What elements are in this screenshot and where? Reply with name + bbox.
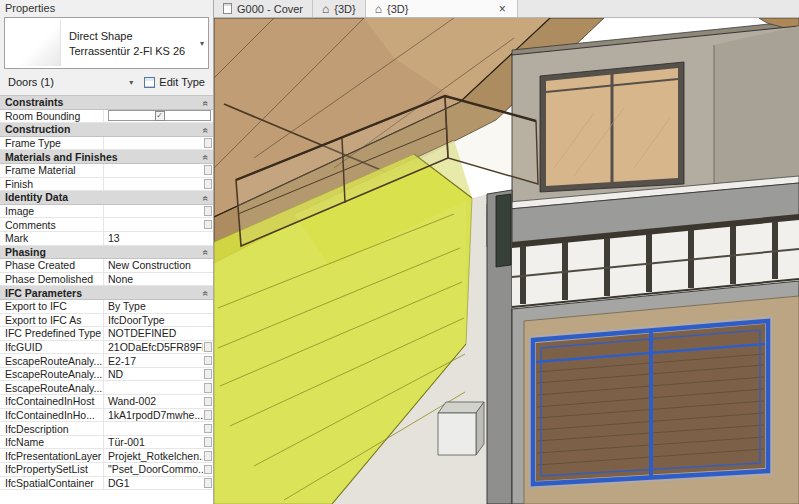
section-header-materials[interactable]: Materials and Finishes « <box>0 150 213 164</box>
property-side-button[interactable] <box>204 437 212 447</box>
type-selector-dropdown-icon[interactable]: ▾ <box>200 39 204 48</box>
property-value[interactable]: 1kA1rpodD7mwhe... <box>104 409 203 422</box>
property-side-button[interactable] <box>204 465 212 475</box>
property-value[interactable] <box>104 178 203 191</box>
property-value[interactable] <box>104 218 203 231</box>
property-value[interactable]: New Construction <box>104 259 213 272</box>
view-tab-3d[interactable]: ⌂ {3D} <box>313 0 366 17</box>
section-header-construction[interactable]: Construction « <box>0 123 213 137</box>
property-row-phase-created[interactable]: Phase Created New Construction <box>0 259 213 273</box>
type-selector[interactable]: Direct Shape Terrassentür 2-Fl KS 26 ▾ <box>4 17 209 69</box>
property-side-button[interactable] <box>204 206 212 216</box>
properties-panel: Properties Direct Shape Terrassentür 2-F… <box>0 0 214 504</box>
collapse-icon[interactable]: « <box>201 101 212 105</box>
element-filter-combo[interactable]: Doors (1) ▾ <box>5 73 136 92</box>
property-row-comments[interactable]: Comments <box>0 218 213 232</box>
section-header-identity-data[interactable]: Identity Data « <box>0 191 213 205</box>
property-row-ifcpresentationlayer[interactable]: IfcPresentationLayer Projekt_Rotkelchen.… <box>0 449 213 463</box>
view-tab-g000-cover[interactable]: G000 - Cover <box>214 0 313 17</box>
upper-window <box>540 62 684 192</box>
property-value[interactable]: 13 <box>104 232 213 245</box>
property-row-export-to-ifc[interactable]: Export to IFC By Type <box>0 300 213 314</box>
property-value[interactable] <box>104 137 203 150</box>
property-side-button[interactable] <box>204 356 212 366</box>
property-side-button[interactable] <box>204 369 212 379</box>
property-row-escaperoute-2[interactable]: EscapeRouteAnaly... ND <box>0 368 213 382</box>
property-row-escaperoute-3[interactable]: EscapeRouteAnaly... <box>0 381 213 395</box>
property-side-button[interactable] <box>204 220 212 230</box>
property-label: EscapeRouteAnaly... <box>0 368 104 381</box>
property-row-mark[interactable]: Mark 13 <box>0 232 213 246</box>
property-value[interactable] <box>104 164 203 177</box>
properties-panel-title: Properties <box>0 0 213 17</box>
home-icon: ⌂ <box>375 3 382 15</box>
filter-dropdown-icon: ▾ <box>129 78 133 87</box>
collapse-icon[interactable]: « <box>201 155 212 159</box>
type-family-name: Direct Shape <box>69 30 208 42</box>
property-value[interactable]: NOTDEFINED <box>104 327 213 340</box>
collapse-icon[interactable]: « <box>201 196 212 200</box>
view-tab-3d-active[interactable]: ⌂ {3D} × <box>366 0 518 17</box>
property-row-ifccontainedinhost-guid[interactable]: IfcContainedInHo... 1kA1rpodD7mwhe... <box>0 409 213 423</box>
property-side-button[interactable] <box>204 342 212 352</box>
property-value[interactable] <box>104 422 203 435</box>
property-value[interactable]: "Pset_DoorCommo... <box>104 463 203 476</box>
close-tab-icon[interactable]: × <box>497 2 508 16</box>
property-value[interactable]: ✓ <box>104 110 213 123</box>
property-label: Room Bounding <box>0 110 104 123</box>
property-side-button[interactable] <box>204 397 212 407</box>
property-row-ifcguid[interactable]: IfcGUID 21ODaEfcD5FR89FE... <box>0 341 213 355</box>
property-row-ifccontainedinhost[interactable]: IfcContainedInHost Wand-002 <box>0 395 213 409</box>
revit-window: Properties Direct Shape Terrassentür 2-F… <box>0 0 799 504</box>
property-row-escaperoute-1[interactable]: EscapeRouteAnaly... E2-17 <box>0 354 213 368</box>
view-tab-label: G000 - Cover <box>237 3 303 15</box>
property-side-button[interactable] <box>204 478 212 488</box>
3d-model-canvas[interactable] <box>214 18 799 504</box>
property-value[interactable]: IfcDoorType <box>104 314 213 327</box>
property-side-button[interactable] <box>204 383 212 393</box>
property-label: Frame Material <box>0 164 104 177</box>
view-area: G000 - Cover ⌂ {3D} ⌂ {3D} × <box>214 0 799 504</box>
selected-door-element[interactable] <box>533 321 768 484</box>
property-value[interactable]: Wand-002 <box>104 395 203 408</box>
property-row-phase-demolished[interactable]: Phase Demolished None <box>0 273 213 287</box>
section-header-constraints[interactable]: Constraints « <box>0 96 213 110</box>
collapse-icon[interactable]: « <box>201 250 212 254</box>
property-side-button[interactable] <box>204 424 212 434</box>
property-side-button[interactable] <box>204 165 212 175</box>
edit-type-button[interactable]: Edit Type <box>140 72 209 92</box>
property-value[interactable] <box>104 205 203 218</box>
property-side-button[interactable] <box>204 451 212 461</box>
property-row-frame-material[interactable]: Frame Material <box>0 164 213 178</box>
property-value[interactable]: None <box>104 273 213 286</box>
collapse-icon[interactable]: « <box>201 291 212 295</box>
property-value[interactable] <box>104 381 203 394</box>
section-header-phasing[interactable]: Phasing « <box>0 246 213 260</box>
property-value[interactable]: ND <box>104 368 203 381</box>
property-side-button[interactable] <box>204 410 212 420</box>
property-side-button[interactable] <box>204 138 212 148</box>
property-value[interactable]: Tür-001 <box>104 436 203 449</box>
property-row-frame-type[interactable]: Frame Type <box>0 137 213 151</box>
3d-viewport[interactable] <box>214 18 799 504</box>
section-header-ifc-parameters[interactable]: IFC Parameters « <box>0 286 213 300</box>
collapse-icon[interactable]: « <box>201 128 212 132</box>
property-label: IfcPropertySetList <box>0 463 104 476</box>
room-bounding-checkbox[interactable]: ✓ <box>155 111 165 121</box>
property-row-ifcspatialcontainer[interactable]: IfcSpatialContainer DG1 <box>0 477 213 491</box>
property-row-ifcpropertysetlist[interactable]: IfcPropertySetList "Pset_DoorCommo... <box>0 463 213 477</box>
property-row-finish[interactable]: Finish <box>0 178 213 192</box>
property-value[interactable]: DG1 <box>104 477 203 490</box>
property-row-ifcdescription[interactable]: IfcDescription <box>0 422 213 436</box>
property-row-image[interactable]: Image <box>0 205 213 219</box>
property-value[interactable]: By Type <box>104 300 213 313</box>
view-tab-bar: G000 - Cover ⌂ {3D} ⌂ {3D} × <box>214 0 799 18</box>
property-row-ifc-predefined-type[interactable]: IFC Predefined Type NOTDEFINED <box>0 327 213 341</box>
property-row-room-bounding[interactable]: Room Bounding ✓ <box>0 110 213 124</box>
property-value[interactable]: Projekt_Rotkelchen... <box>104 449 203 462</box>
property-row-ifcname[interactable]: IfcName Tür-001 <box>0 436 213 450</box>
property-value[interactable]: 21ODaEfcD5FR89FE... <box>104 341 203 354</box>
property-side-button[interactable] <box>204 179 212 189</box>
property-row-export-to-ifc-as[interactable]: Export to IFC As IfcDoorType <box>0 314 213 328</box>
property-value[interactable]: E2-17 <box>104 354 203 367</box>
